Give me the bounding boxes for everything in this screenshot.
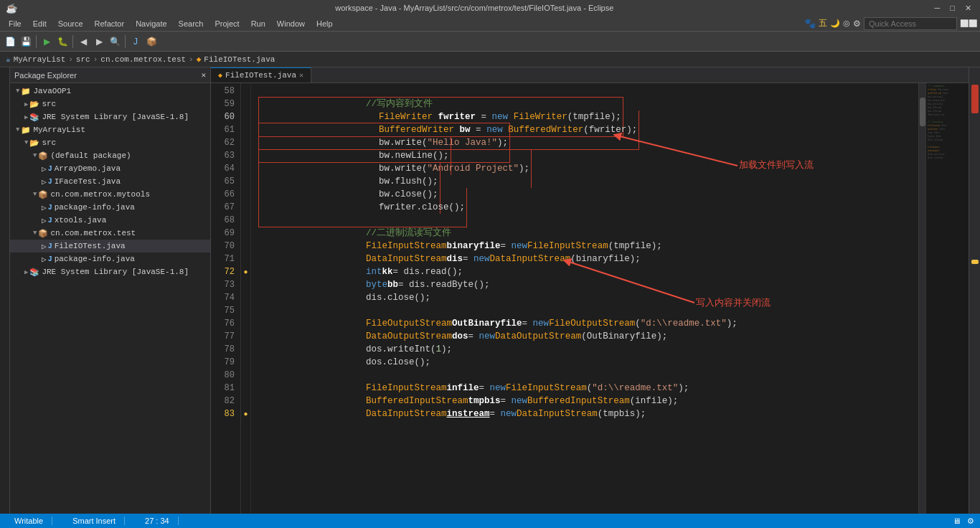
status-right-icons: 🖥 ⚙ (953, 517, 974, 526)
tab-close[interactable]: ✕ (299, 71, 303, 80)
menu-item-run[interactable]: Run (245, 18, 271, 29)
tree-mytools[interactable]: ▼ 📦 cn.com.metrox.mytools (10, 188, 210, 201)
scrollbar-vertical[interactable] (918, 83, 925, 514)
ln-70: 70 (211, 240, 240, 253)
menu-item-refactor[interactable]: Refactor (89, 18, 131, 29)
status-bar: Writable Smart Insert 27 : 34 🖥 ⚙ (0, 514, 980, 528)
ln-77: 77 (211, 330, 240, 343)
bc-file[interactable]: ◆ (197, 55, 202, 64)
maximize-button[interactable]: □ (947, 4, 958, 13)
menu-bar: File Edit Source Refactor Navigate Searc… (0, 16, 980, 32)
status-position: 27 : 34 (136, 517, 179, 525)
tree-myarraylist[interactable]: ▼ 📁 MyArrayList (10, 123, 210, 136)
forward-button[interactable]: ▶ (92, 34, 106, 49)
ln-67: 67 (211, 201, 240, 214)
minimap: // comment FileW fw=new Buffered bw= bw.… (925, 83, 969, 514)
ln-82: 82 (211, 395, 240, 407)
status-writable: Writable (6, 517, 52, 525)
ln-79: 79 (211, 356, 240, 369)
code-line-74: dis.close(); (258, 291, 918, 304)
menu-item-project[interactable]: Project (209, 18, 245, 29)
ln-69: 69 (211, 227, 240, 240)
window-controls: ─ □ ✕ (932, 4, 974, 13)
menu-item-search[interactable]: Search (173, 18, 209, 29)
bc-src[interactable]: src (76, 55, 90, 64)
code-line-79: dos.close(); (258, 356, 918, 369)
bc-workspace-icon: ☕ (6, 55, 11, 64)
sidebar-close[interactable]: ✕ (201, 70, 206, 80)
settings-icon[interactable]: ⚙ (853, 19, 861, 29)
package-explorer-label: Package Explorer (14, 71, 77, 80)
window-icon: ☕ (6, 3, 17, 14)
ln-58: 58 (211, 85, 240, 98)
tree-fileiotest[interactable]: ▷ J FileIOTest.java (10, 240, 210, 253)
back-button[interactable]: ◀ (76, 34, 90, 49)
code-content[interactable]: //写内容到文件 FileWriter fwriter = new FileWr… (251, 83, 918, 514)
tree-package-info-mytools[interactable]: ▷ J package-info.java (10, 201, 210, 214)
tree-jre-lib[interactable]: ▶ 📚 JRE System Library [JavaSE-1.8] (10, 265, 210, 278)
tree-default-package[interactable]: ▼ 📦 (default package) (10, 149, 210, 162)
tree-javaoop1-jre[interactable]: ▶ 📚 JRE System Library [JavaSE-1.8] (10, 110, 210, 123)
ln-80: 80 (211, 369, 240, 382)
menu-item-help[interactable]: Help (311, 18, 339, 29)
ln-64: 64 (211, 162, 240, 175)
ln-65: 65 (211, 175, 240, 188)
search-btn[interactable]: 🔍 (108, 34, 122, 49)
new-button[interactable]: 📄 (3, 34, 17, 49)
ln-74: 74 (211, 291, 240, 304)
ln-73: 73 (211, 278, 240, 291)
editor-tabs: ◆ FileIOTest.java ✕ (211, 67, 969, 83)
close-button[interactable]: ✕ (962, 4, 974, 13)
ln-61: 61 (211, 123, 240, 136)
warning-marker (971, 260, 979, 264)
main-area: Package Explorer ✕ ▼ 📁 JavaOOP1 ▶ 📂 src … (0, 67, 980, 514)
bc-package[interactable]: cn.com.metrox.test (100, 55, 186, 64)
ln-71: 71 (211, 253, 240, 265)
tab-fileiotest[interactable]: ◆ FileIOTest.java ✕ (211, 67, 311, 82)
tab-label: FileIOTest.java (225, 71, 296, 80)
bc-filename[interactable]: FileIOTest.java (204, 55, 275, 64)
ln-60: 60 (211, 110, 240, 123)
line-number-gutter: 58 59 60 61 62 63 64 65 66 67 68 69 70 7… (211, 83, 241, 514)
tree-package-info-test[interactable]: ▷ J package-info.java (10, 253, 210, 265)
ln-81: 81 (211, 382, 240, 395)
package-explorer: Package Explorer ✕ ▼ 📁 JavaOOP1 ▶ 📂 src … (10, 67, 211, 514)
run-button[interactable]: ▶ (39, 34, 54, 49)
tree-arraydemo[interactable]: ▷ J ArrayDemo.java (10, 162, 210, 175)
sidebar-header: Package Explorer ✕ (10, 67, 210, 83)
code-line-83: DataInputStream instream = new DataInput… (258, 407, 918, 420)
ln-68: 68 (211, 214, 240, 227)
tree-metrox-test[interactable]: ▼ 📦 cn.com.metrox.test (10, 227, 210, 240)
save-button[interactable]: 💾 (19, 34, 33, 49)
code-editor[interactable]: 58 59 60 61 62 63 64 65 66 67 68 69 70 7… (211, 83, 925, 514)
menu-item-window[interactable]: Window (271, 18, 311, 29)
ln-63: 63 (211, 149, 240, 162)
menu-item-edit[interactable]: Edit (27, 18, 52, 29)
ln-76: 76 (211, 317, 240, 330)
tree-xtools[interactable]: ▷ J xtools.java (10, 214, 210, 227)
toolbar: 📄 💾 ▶ 🐛 ◀ ▶ 🔍 J 📦 (0, 32, 980, 52)
tree-javaoop1-src[interactable]: ▶ 📂 src (10, 98, 210, 110)
tree-javaoop1[interactable]: ▼ 📁 JavaOOP1 (10, 85, 210, 98)
debug-button[interactable]: 🐛 (55, 34, 70, 49)
tool1[interactable]: J (128, 34, 143, 49)
menu-item-file[interactable]: File (3, 18, 27, 29)
tree-myarraylist-src[interactable]: ▼ 📂 src (10, 136, 210, 149)
title-bar: ☕ workspace - Java - MyArrayList/src/cn/… (0, 0, 980, 16)
ln-59: 59 (211, 98, 240, 110)
quick-access-input[interactable] (864, 17, 957, 30)
editor-wrapper: ◆ FileIOTest.java ✕ 58 59 60 61 62 63 64… (211, 67, 969, 514)
menu-item-source[interactable]: Source (52, 18, 89, 29)
marker-gutter: ● ● (241, 83, 251, 514)
tree-ifacetest[interactable]: ▷ J IFaceTest.java (10, 175, 210, 188)
code-line-67: fwriter.close(); (258, 201, 918, 214)
ln-78: 78 (211, 343, 240, 356)
bc-myarraylist[interactable]: MyArrayList (14, 55, 66, 64)
breadcrumb: ☕ MyArrayList › src › cn.com.metrox.test… (0, 52, 980, 67)
tool2[interactable]: 📦 (144, 34, 159, 49)
sidebar-tree: ▼ 📁 JavaOOP1 ▶ 📂 src ▶ 📚 JRE System Libr… (10, 83, 210, 514)
ln-83: 83 (211, 407, 240, 420)
minimize-button[interactable]: ─ (932, 4, 943, 13)
ln-75: 75 (211, 304, 240, 317)
menu-item-navigate[interactable]: Navigate (130, 18, 172, 29)
